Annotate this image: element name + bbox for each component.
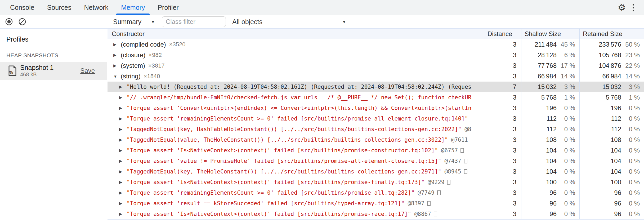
collapsed-arrow-icon[interactable]: ▶ [119, 137, 124, 142]
heap-category-row[interactable]: ▶(closure)×982328 1286 %105 76823 % [108, 50, 644, 60]
retained-size-cell: 1120 % [579, 124, 644, 135]
take-snapshot-button[interactable] [4, 17, 14, 26]
more-options-button[interactable]: ⋮ [628, 2, 639, 13]
heap-string-row[interactable]: ▶"Torque assert 'result == kStoreSuccede… [108, 198, 644, 209]
heap-category-row[interactable]: ▶(system)×3817377 76817 %104 87622 % [108, 60, 644, 71]
heap-string-row[interactable]: ▶"// .wrangler/tmp/bundle-FmNIt0/checked… [108, 92, 644, 103]
collapsed-arrow-icon[interactable]: ▶ [119, 190, 124, 195]
collapsed-arrow-icon[interactable]: ▶ [119, 95, 124, 100]
collapsed-arrow-icon[interactable]: ▶ [119, 159, 124, 163]
shallow-size-percent: 0 % [557, 210, 579, 218]
heap-string-row[interactable]: ▶"Hello world! (Requested at: 2024-08-19… [108, 82, 644, 92]
retained-size-percent: 0 % [621, 189, 644, 197]
collapsed-arrow-icon[interactable]: ▶ [119, 116, 124, 121]
constructor-cell: ▶"Torque assert 'Is<NativeContext>(conte… [108, 145, 484, 156]
collapsed-arrow-icon[interactable]: ▶ [119, 106, 124, 110]
retained-size-cell: 960 % [579, 209, 644, 219]
class-filter-input[interactable] [162, 16, 226, 27]
clear-profiles-button[interactable] [17, 17, 27, 26]
heap-string-row[interactable]: ▶"Torque assert 'remainingElementsCount … [108, 188, 644, 198]
expanded-arrow-icon[interactable]: ▼ [113, 74, 119, 79]
retained-size-value: 104 876 [580, 62, 621, 69]
shallow-size-percent: 45 % [557, 41, 579, 48]
retained-size-percent: 22 % [621, 62, 644, 69]
column-header-constructor[interactable]: Constructor [108, 29, 484, 39]
sidebar-item-snapshot-1[interactable]: % Snapshot 1 468 kB Save [0, 62, 107, 80]
perspective-select[interactable]: Summary ▼ [110, 16, 158, 27]
distance-value: 3 [484, 198, 521, 209]
shallow-size-percent: 14 % [557, 73, 579, 80]
shallow-size-value: 66 984 [521, 73, 557, 80]
retained-size-percent: 0 % [621, 168, 644, 175]
distance-value: 3 [484, 71, 521, 82]
heap-string-row[interactable]: ▶"Torque assert 'Convert<uintptr>(endInd… [108, 103, 644, 113]
column-header-retained-size[interactable]: Retained Size [579, 29, 644, 39]
retained-size-percent: 0 % [621, 210, 644, 218]
save-snapshot-link[interactable]: Save [80, 67, 103, 74]
heap-category-row[interactable]: ▼(string)×1840366 98414 %66 98414 % [108, 71, 644, 82]
retained-size-percent: 0 % [621, 104, 644, 112]
shallow-size-cell: 66 98414 % [521, 71, 579, 82]
string-preview: "Torque assert 'value != PromiseHole' fa… [127, 158, 441, 164]
heap-string-row[interactable]: ▶"Torque assert 'remainingElementsCount … [108, 113, 644, 124]
collapsed-arrow-icon[interactable]: ▶ [119, 84, 124, 89]
tab-console[interactable]: Console [4, 0, 41, 15]
retained-size-cell: 1040 % [579, 156, 644, 166]
string-preview: "Torque assert 'Is<NativeContext>(contex… [127, 147, 438, 154]
heap-string-row[interactable]: ▶"Torque assert 'Is<NativeContext>(conte… [108, 209, 644, 219]
settings-button[interactable]: ⚙ [616, 2, 628, 13]
collapsed-arrow-icon[interactable]: ▶ [119, 180, 124, 185]
heap-string-row[interactable]: ▶"Torque assert 'Is<NativeContext>(conte… [108, 145, 644, 156]
shallow-size-percent: 0 % [557, 157, 579, 165]
collapsed-arrow-icon[interactable]: ▶ [113, 42, 119, 47]
objects-scope-select[interactable]: All objects ▼ [230, 16, 349, 27]
constructor-cell: ▶(system)×3817 [108, 60, 484, 71]
constructor-cell: ▶"// .wrangler/tmp/bundle-FmNIt0/checked… [108, 92, 484, 103]
collapsed-arrow-icon[interactable]: ▶ [113, 53, 119, 57]
distance-value: 3 [484, 124, 521, 135]
constructor-cell: ▶"Torque assert 'remainingElementsCount … [108, 113, 484, 124]
tab-profiler[interactable]: Profiler [151, 0, 185, 15]
object-id: @9229 [428, 179, 444, 185]
shallow-size-cell: 960 % [521, 209, 579, 219]
tab-memory[interactable]: Memory [115, 0, 151, 15]
shallow-size-cell: 28 1286 % [521, 50, 579, 60]
collapsed-arrow-icon[interactable]: ▶ [119, 127, 124, 132]
instance-count: ×3520 [169, 41, 186, 48]
shallow-size-cell: 1040 % [521, 145, 579, 156]
object-ref-icon [464, 159, 467, 163]
shallow-size-value: 77 768 [521, 62, 557, 69]
constructor-cell: ▶(closure)×982 [108, 50, 484, 60]
retained-size-value: 104 [580, 157, 621, 165]
shallow-size-percent: 0 % [557, 104, 579, 112]
constructor-cell: ▶"TaggedNotEqual(value, TheHoleConstant(… [108, 135, 484, 145]
tab-network[interactable]: Network [78, 0, 115, 15]
retained-size-cell: 1040 % [579, 166, 644, 177]
heap-string-row[interactable]: ▶"TaggedNotEqual(key, TheHoleConstant())… [108, 166, 644, 177]
column-header-shallow-size[interactable]: Shallow Size [521, 29, 579, 39]
heap-string-row[interactable]: ▶"TaggedNotEqual(value, TheHoleConstant(… [108, 135, 644, 145]
heap-string-row[interactable]: ▶"Torque assert 'Is<NativeContext>(conte… [108, 177, 644, 188]
distance-value: 3 [484, 145, 521, 156]
heap-string-row[interactable]: ▶"TaggedNotEqual(key, HashTableHoleConst… [108, 124, 644, 135]
collapsed-arrow-icon[interactable]: ▶ [119, 201, 124, 206]
collapsed-arrow-icon[interactable]: ▶ [119, 212, 124, 216]
constructor-cell: ▶"Torque assert 'result == kStoreSuccede… [108, 198, 484, 209]
shallow-size-value: 104 [521, 168, 557, 175]
collapsed-arrow-icon[interactable]: ▶ [119, 169, 124, 174]
string-preview: "Torque assert 'remainingElementsCount >… [127, 190, 414, 196]
heap-string-row[interactable]: ▶"Torque assert 'value != PromiseHole' f… [108, 156, 644, 166]
collapsed-arrow-icon[interactable]: ▶ [119, 148, 124, 153]
distance-value: 7 [484, 82, 521, 92]
column-header-distance[interactable]: Distance [484, 29, 521, 39]
distance-value: 3 [484, 50, 521, 60]
tab-sources[interactable]: Sources [41, 0, 78, 15]
distance-value: 3 [484, 135, 521, 145]
retained-size-value: 100 [580, 179, 621, 186]
object-ref-icon [464, 169, 467, 174]
chevron-down-icon: ▼ [151, 20, 155, 24]
retained-size-value: 105 768 [580, 51, 621, 59]
heap-category-row[interactable]: ▶(compiled code)×35203211 48445 %233 576… [108, 39, 644, 50]
heap-snapshots-section-label: HEAP SNAPSHOTS [0, 43, 107, 62]
collapsed-arrow-icon[interactable]: ▶ [113, 63, 119, 68]
